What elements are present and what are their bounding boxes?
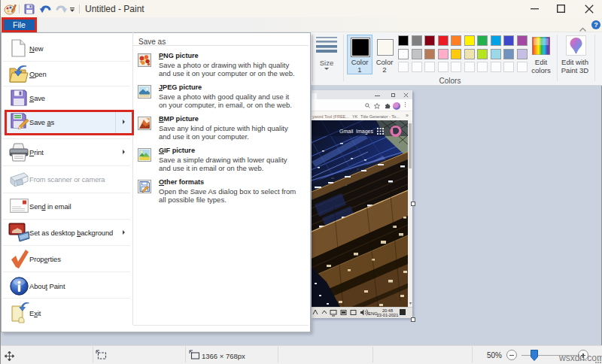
svg-text:Images: Images xyxy=(356,129,373,135)
svg-text:23-01-2021: 23-01-2021 xyxy=(377,313,399,317)
svg-text:Gmail: Gmail xyxy=(339,129,354,134)
svg-text:20:48: 20:48 xyxy=(382,308,393,313)
